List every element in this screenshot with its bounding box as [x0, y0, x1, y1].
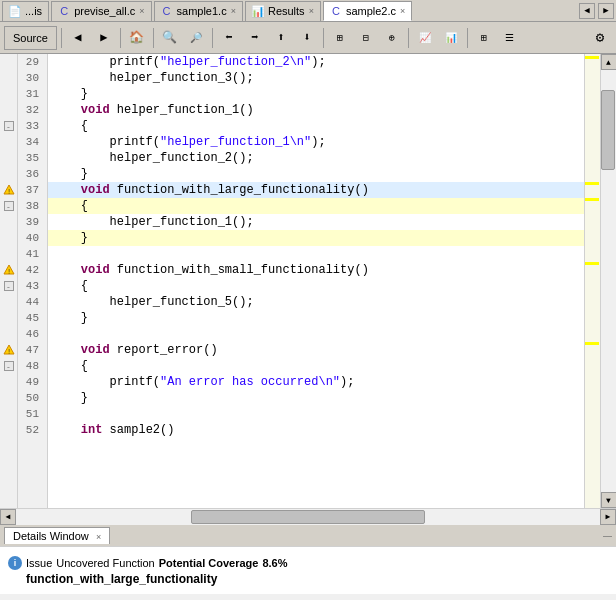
expand2-button[interactable]: ⊕: [380, 26, 404, 50]
expand-button[interactable]: ⊞: [328, 26, 352, 50]
info-icon: i: [8, 556, 22, 570]
prev-button[interactable]: ⬅: [217, 26, 241, 50]
tab-previse-close[interactable]: ×: [139, 6, 144, 16]
ln-36: 36: [22, 166, 43, 182]
ln-46: 46: [22, 326, 43, 342]
gutter-48[interactable]: -: [0, 358, 17, 374]
ln-29: 29: [22, 54, 43, 70]
code-line-34: printf("helper_function_1\n");: [48, 134, 584, 150]
code-line-29: printf("helper_function_2\n");: [48, 54, 584, 70]
settings-button[interactable]: ⚙: [588, 26, 612, 50]
scroll-down-arrow[interactable]: ▼: [601, 492, 617, 508]
zoom-out-button[interactable]: 🔎: [184, 26, 208, 50]
tab-sample2[interactable]: C sample2.c ×: [323, 1, 412, 21]
ln-39: 39: [22, 214, 43, 230]
tab-sample2-close[interactable]: ×: [400, 6, 405, 16]
tab-sample1-close[interactable]: ×: [231, 6, 236, 16]
svg-text:!: !: [6, 348, 10, 356]
code-line-45: }: [48, 310, 584, 326]
home-button[interactable]: 🏠: [125, 26, 149, 50]
code-line-33: {: [48, 118, 584, 134]
tab-is[interactable]: 📄 ...is: [2, 1, 49, 21]
back-button[interactable]: ◀: [66, 26, 90, 50]
separator-2: [120, 28, 121, 48]
vertical-scrollbar[interactable]: ▲ ▼: [600, 54, 616, 508]
gutter-38[interactable]: -: [0, 198, 17, 214]
hscroll-thumb[interactable]: [191, 510, 425, 524]
collapse-button[interactable]: ⊟: [354, 26, 378, 50]
gutter-52: [0, 422, 17, 438]
warning-icon-37: !: [3, 184, 15, 196]
grid-button[interactable]: ⊞: [472, 26, 496, 50]
hscroll-left-arrow[interactable]: ◀: [0, 509, 16, 525]
code-line-40: }: [48, 230, 584, 246]
scroll-up-arrow[interactable]: ▲: [601, 54, 617, 70]
tab-sample2-label: sample2.c: [346, 5, 396, 17]
gutter-49: [0, 374, 17, 390]
hscroll-right-arrow[interactable]: ▶: [600, 509, 616, 525]
gutter-47: !: [0, 342, 17, 358]
gutter-34: [0, 134, 17, 150]
marker-line47: [585, 342, 599, 345]
code-line-35: helper_function_2();: [48, 150, 584, 166]
code-content[interactable]: printf("helper_function_2\n"); helper_fu…: [48, 54, 584, 508]
code-line-41: [48, 246, 584, 262]
ln-35: 35: [22, 150, 43, 166]
svg-text:!: !: [6, 268, 10, 276]
ln-51: 51: [22, 406, 43, 422]
collapse-43-icon[interactable]: -: [4, 281, 14, 291]
gutter-30: [0, 70, 17, 86]
details-close-button[interactable]: ×: [96, 532, 101, 542]
code-line-44: helper_function_5();: [48, 294, 584, 310]
gutter-44: [0, 294, 17, 310]
tab-scroll-right[interactable]: ▶: [598, 3, 614, 19]
details-row1: i Issue Uncovered Function Potential Cov…: [8, 556, 608, 570]
uncovered-label: Uncovered Function: [56, 557, 154, 569]
code-line-52: int sample2(): [48, 422, 584, 438]
code-line-39: helper_function_1();: [48, 214, 584, 230]
gutter-icons: - ! - ! -: [0, 54, 18, 508]
collapse-38-icon[interactable]: -: [4, 201, 14, 211]
collapse-33-icon[interactable]: -: [4, 121, 14, 131]
tab-scroll-left[interactable]: ◀: [579, 3, 595, 19]
separator-6: [408, 28, 409, 48]
ln-42: 42: [22, 262, 43, 278]
zoom-in-button[interactable]: 🔍: [158, 26, 182, 50]
tab-results-close[interactable]: ×: [309, 6, 314, 16]
forward-button[interactable]: ▶: [92, 26, 116, 50]
ln-43: 43: [22, 278, 43, 294]
hscroll-track[interactable]: [16, 509, 600, 525]
gutter-35: [0, 150, 17, 166]
scroll-thumb[interactable]: [601, 90, 615, 170]
down-button[interactable]: ⬇: [295, 26, 319, 50]
next-button[interactable]: ➡: [243, 26, 267, 50]
details-minimize-button[interactable]: —: [603, 531, 612, 541]
source-tab[interactable]: Source: [4, 26, 57, 50]
details-function-name: function_with_large_functionality: [8, 572, 608, 586]
code-line-47: void report_error(): [48, 342, 584, 358]
gutter-33[interactable]: -: [0, 118, 17, 134]
tab-sample1[interactable]: C sample1.c ×: [154, 1, 243, 21]
code-line-42: void function_with_small_functionality(): [48, 262, 584, 278]
collapse-48-icon[interactable]: -: [4, 361, 14, 371]
ln-49: 49: [22, 374, 43, 390]
chart-button[interactable]: 📈: [413, 26, 437, 50]
gutter-45: [0, 310, 17, 326]
up-button[interactable]: ⬆: [269, 26, 293, 50]
ln-48: 48: [22, 358, 43, 374]
ln-52: 52: [22, 422, 43, 438]
tab-results[interactable]: 📊 Results ×: [245, 1, 321, 21]
details-tab-label: Details Window: [13, 530, 89, 542]
tab-previse[interactable]: C previse_all.c ×: [51, 1, 151, 21]
details-tab[interactable]: Details Window ×: [4, 527, 110, 544]
tab-is-label: ...is: [25, 5, 42, 17]
tab-sample1-label: sample1.c: [177, 5, 227, 17]
code-line-30: helper_function_3();: [48, 70, 584, 86]
code-line-32: void helper_function_1(): [48, 102, 584, 118]
list-button[interactable]: ☰: [498, 26, 522, 50]
ln-30: 30: [22, 70, 43, 86]
separator-3: [153, 28, 154, 48]
gutter-43[interactable]: -: [0, 278, 17, 294]
bar-button[interactable]: 📊: [439, 26, 463, 50]
marker-line42: [585, 262, 599, 265]
